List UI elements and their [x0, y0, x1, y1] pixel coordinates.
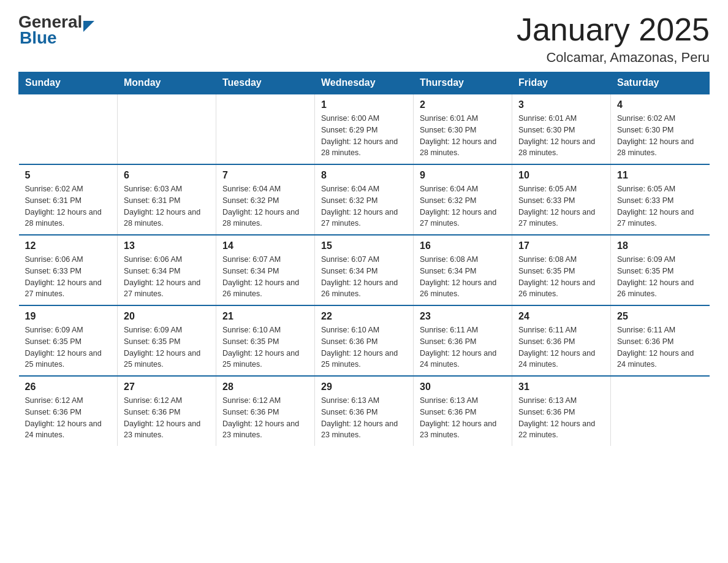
calendar-day-cell: 13Sunrise: 6:06 AMSunset: 6:34 PMDayligh…: [118, 235, 216, 305]
calendar-title: January 2025: [517, 12, 710, 47]
calendar-day-cell: 16Sunrise: 6:08 AMSunset: 6:34 PMDayligh…: [414, 235, 512, 305]
day-info: Sunrise: 6:04 AMSunset: 6:32 PMDaylight:…: [420, 183, 506, 229]
day-info: Sunrise: 6:02 AMSunset: 6:31 PMDaylight:…: [25, 183, 112, 229]
day-number: 5: [25, 170, 112, 181]
day-info: Sunrise: 6:09 AMSunset: 6:35 PMDaylight:…: [124, 324, 210, 370]
day-info: Sunrise: 6:03 AMSunset: 6:31 PMDaylight:…: [124, 183, 210, 229]
day-info: Sunrise: 6:08 AMSunset: 6:35 PMDaylight:…: [518, 254, 604, 300]
calendar-day-cell: 19Sunrise: 6:09 AMSunset: 6:35 PMDayligh…: [19, 305, 118, 376]
day-number: 4: [617, 99, 703, 110]
calendar-day-cell: 10Sunrise: 6:05 AMSunset: 6:33 PMDayligh…: [512, 164, 611, 235]
day-of-week-header: Tuesday: [216, 72, 315, 94]
calendar-day-cell: 9Sunrise: 6:04 AMSunset: 6:32 PMDaylight…: [414, 164, 512, 235]
calendar-day-cell: 7Sunrise: 6:04 AMSunset: 6:32 PMDaylight…: [216, 164, 315, 235]
calendar-day-cell: 15Sunrise: 6:07 AMSunset: 6:34 PMDayligh…: [315, 235, 414, 305]
day-info: Sunrise: 6:06 AMSunset: 6:33 PMDaylight:…: [25, 254, 112, 300]
day-number: 26: [25, 381, 112, 393]
day-info: Sunrise: 6:01 AMSunset: 6:30 PMDaylight:…: [420, 113, 506, 159]
calendar-day-cell: 22Sunrise: 6:10 AMSunset: 6:36 PMDayligh…: [315, 305, 414, 376]
day-number: 13: [124, 240, 210, 251]
day-number: 17: [518, 240, 604, 251]
day-number: 10: [518, 170, 604, 181]
calendar-day-cell: 24Sunrise: 6:11 AMSunset: 6:36 PMDayligh…: [512, 305, 611, 376]
title-block: January 2025 Colcamar, Amazonas, Peru: [517, 12, 710, 66]
day-number: 6: [124, 170, 210, 181]
calendar-day-cell: 1Sunrise: 6:00 AMSunset: 6:29 PMDaylight…: [315, 94, 414, 164]
day-of-week-header: Friday: [512, 72, 611, 94]
day-info: Sunrise: 6:13 AMSunset: 6:36 PMDaylight:…: [321, 395, 407, 441]
day-number: 28: [222, 381, 308, 393]
day-info: Sunrise: 6:10 AMSunset: 6:35 PMDaylight:…: [222, 324, 308, 370]
day-info: Sunrise: 6:07 AMSunset: 6:34 PMDaylight:…: [321, 254, 407, 300]
calendar-day-cell: 27Sunrise: 6:12 AMSunset: 6:36 PMDayligh…: [118, 376, 216, 446]
day-info: Sunrise: 6:04 AMSunset: 6:32 PMDaylight:…: [321, 183, 407, 229]
day-number: 15: [321, 240, 407, 251]
day-info: Sunrise: 6:01 AMSunset: 6:30 PMDaylight:…: [518, 113, 604, 159]
day-number: 9: [420, 170, 506, 181]
calendar-day-cell: 6Sunrise: 6:03 AMSunset: 6:31 PMDaylight…: [118, 164, 216, 235]
day-info: Sunrise: 6:12 AMSunset: 6:36 PMDaylight:…: [124, 395, 210, 441]
calendar-day-cell: 26Sunrise: 6:12 AMSunset: 6:36 PMDayligh…: [19, 376, 118, 446]
day-info: Sunrise: 6:12 AMSunset: 6:36 PMDaylight:…: [25, 395, 112, 441]
day-info: Sunrise: 6:05 AMSunset: 6:33 PMDaylight:…: [518, 183, 604, 229]
day-number: 24: [518, 311, 604, 322]
calendar-day-cell: 30Sunrise: 6:13 AMSunset: 6:36 PMDayligh…: [414, 376, 512, 446]
logo: General Blue: [18, 12, 94, 48]
calendar-day-cell: 3Sunrise: 6:01 AMSunset: 6:30 PMDaylight…: [512, 94, 611, 164]
day-number: 27: [124, 381, 210, 393]
day-number: 31: [518, 381, 604, 393]
day-number: 3: [518, 99, 604, 110]
day-info: Sunrise: 6:07 AMSunset: 6:34 PMDaylight:…: [222, 254, 308, 300]
calendar-day-cell: 12Sunrise: 6:06 AMSunset: 6:33 PMDayligh…: [19, 235, 118, 305]
day-number: 23: [420, 311, 506, 322]
calendar-day-cell: 4Sunrise: 6:02 AMSunset: 6:30 PMDaylight…: [611, 94, 710, 164]
day-info: Sunrise: 6:09 AMSunset: 6:35 PMDaylight:…: [617, 254, 703, 300]
day-of-week-header: Wednesday: [315, 72, 414, 94]
day-number: 29: [321, 381, 407, 393]
day-info: Sunrise: 6:12 AMSunset: 6:36 PMDaylight:…: [222, 395, 308, 441]
day-info: Sunrise: 6:13 AMSunset: 6:36 PMDaylight:…: [420, 395, 506, 441]
day-of-week-header: Saturday: [611, 72, 710, 94]
day-number: 2: [420, 99, 506, 110]
calendar-week-row: 5Sunrise: 6:02 AMSunset: 6:31 PMDaylight…: [19, 164, 710, 235]
calendar-table: SundayMondayTuesdayWednesdayThursdayFrid…: [18, 72, 710, 446]
day-info: Sunrise: 6:13 AMSunset: 6:36 PMDaylight:…: [518, 395, 604, 441]
calendar-day-cell: 11Sunrise: 6:05 AMSunset: 6:33 PMDayligh…: [611, 164, 710, 235]
day-of-week-header: Sunday: [19, 72, 118, 94]
day-number: 20: [124, 311, 210, 322]
calendar-week-row: 26Sunrise: 6:12 AMSunset: 6:36 PMDayligh…: [19, 376, 710, 446]
day-number: 16: [420, 240, 506, 251]
calendar-day-cell: 8Sunrise: 6:04 AMSunset: 6:32 PMDaylight…: [315, 164, 414, 235]
calendar-day-cell: [118, 94, 216, 164]
calendar-day-cell: [611, 376, 710, 446]
day-info: Sunrise: 6:08 AMSunset: 6:34 PMDaylight:…: [420, 254, 506, 300]
day-info: Sunrise: 6:06 AMSunset: 6:34 PMDaylight:…: [124, 254, 210, 300]
day-number: 7: [222, 170, 308, 181]
day-info: Sunrise: 6:11 AMSunset: 6:36 PMDaylight:…: [420, 324, 506, 370]
day-info: Sunrise: 6:10 AMSunset: 6:36 PMDaylight:…: [321, 324, 407, 370]
day-number: 19: [25, 311, 112, 322]
calendar-day-cell: 31Sunrise: 6:13 AMSunset: 6:36 PMDayligh…: [512, 376, 611, 446]
day-number: 12: [25, 240, 112, 251]
calendar-day-cell: 14Sunrise: 6:07 AMSunset: 6:34 PMDayligh…: [216, 235, 315, 305]
calendar-week-row: 1Sunrise: 6:00 AMSunset: 6:29 PMDaylight…: [19, 94, 710, 164]
day-info: Sunrise: 6:05 AMSunset: 6:33 PMDaylight:…: [617, 183, 703, 229]
day-info: Sunrise: 6:00 AMSunset: 6:29 PMDaylight:…: [321, 113, 407, 159]
day-info: Sunrise: 6:11 AMSunset: 6:36 PMDaylight:…: [617, 324, 703, 370]
logo-blue: Blue: [18, 28, 94, 48]
calendar-header-row: SundayMondayTuesdayWednesdayThursdayFrid…: [19, 72, 710, 94]
day-number: 30: [420, 381, 506, 393]
calendar-subtitle: Colcamar, Amazonas, Peru: [517, 50, 710, 66]
day-number: 21: [222, 311, 308, 322]
calendar-week-row: 19Sunrise: 6:09 AMSunset: 6:35 PMDayligh…: [19, 305, 710, 376]
calendar-day-cell: 20Sunrise: 6:09 AMSunset: 6:35 PMDayligh…: [118, 305, 216, 376]
day-of-week-header: Thursday: [414, 72, 512, 94]
calendar-day-cell: 29Sunrise: 6:13 AMSunset: 6:36 PMDayligh…: [315, 376, 414, 446]
day-number: 8: [321, 170, 407, 181]
day-number: 11: [617, 170, 703, 181]
calendar-day-cell: [19, 94, 118, 164]
day-info: Sunrise: 6:02 AMSunset: 6:30 PMDaylight:…: [617, 113, 703, 159]
calendar-day-cell: 5Sunrise: 6:02 AMSunset: 6:31 PMDaylight…: [19, 164, 118, 235]
calendar-day-cell: 21Sunrise: 6:10 AMSunset: 6:35 PMDayligh…: [216, 305, 315, 376]
calendar-day-cell: 2Sunrise: 6:01 AMSunset: 6:30 PMDaylight…: [414, 94, 512, 164]
